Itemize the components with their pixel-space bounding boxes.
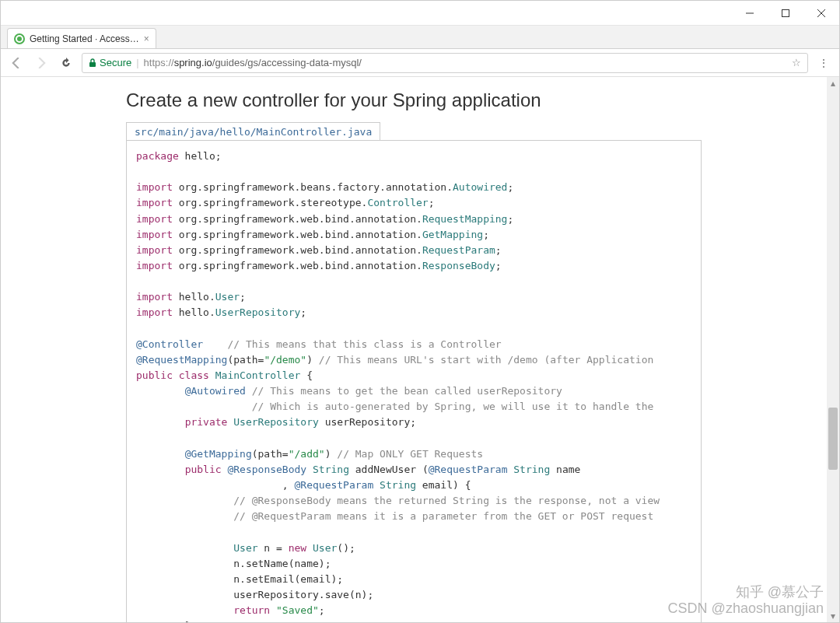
forward-button[interactable] [32, 54, 51, 72]
browser-menu-button[interactable]: ⋮ [814, 58, 833, 68]
secure-indicator: Secure [89, 57, 131, 68]
bookmark-star-icon[interactable]: ☆ [792, 57, 801, 68]
reload-button[interactable] [57, 54, 75, 72]
tab-title: Getting Started · Access… [30, 33, 139, 44]
url-text: https://spring.io/guides/gs/accessing-da… [144, 57, 787, 68]
window-min-button[interactable] [732, 1, 768, 26]
svg-rect-0 [782, 9, 789, 16]
page-vertical-scrollbar[interactable]: ▴ ▾ [827, 77, 839, 622]
window-titlebar [1, 1, 839, 26]
address-bar: Secure | https://spring.io/guides/gs/acc… [1, 49, 839, 77]
scroll-down-icon[interactable]: ▾ [827, 610, 839, 622]
scroll-thumb[interactable] [828, 408, 838, 470]
back-button[interactable] [7, 54, 26, 72]
code-block[interactable]: package hello; import org.springframewor… [126, 140, 702, 622]
browser-tab[interactable]: Getting Started · Access… × [7, 28, 156, 48]
code-filepath: src/main/java/hello/MainController.java [126, 122, 380, 141]
scroll-up-icon[interactable]: ▴ [827, 77, 839, 89]
secure-label: Secure [100, 57, 131, 68]
page-viewport: Create a new controller for your Spring … [1, 77, 839, 622]
lock-icon [89, 58, 96, 68]
svg-rect-1 [89, 62, 96, 67]
window-close-button[interactable] [803, 1, 839, 26]
section-heading: Create a new controller for your Spring … [126, 89, 702, 111]
window-max-button[interactable] [768, 1, 803, 26]
tab-strip: Getting Started · Access… × [1, 26, 839, 49]
spring-favicon [14, 33, 25, 44]
omnibox[interactable]: Secure | https://spring.io/guides/gs/acc… [82, 53, 808, 73]
tab-close-icon[interactable]: × [144, 33, 149, 44]
